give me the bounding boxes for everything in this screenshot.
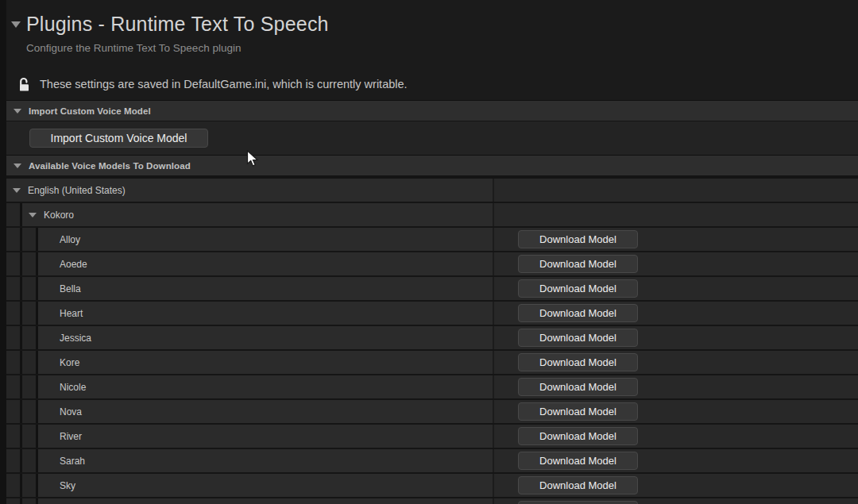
voice-value-cell: Download Model [494,351,858,374]
indent-guide [22,228,36,251]
indent-guide [6,449,20,472]
voice-row[interactable]: River Download Model [0,425,858,449]
voice-value-cell: Download Model [494,400,858,423]
voice-name: Nova [60,406,82,417]
voice-value-cell: Download Model [494,425,858,448]
voice-name-cell: Nicole [38,375,493,398]
model-group-name-cell: Kokoro [22,203,493,226]
indent-guide [6,203,20,226]
voice-name: Kore [60,357,79,368]
voice-value-cell: Download Model [494,252,858,275]
voice-name-cell: Sky [38,474,493,497]
voice-row[interactable]: Bella Download Model [0,277,858,302]
download-button-label: Download Model [539,307,616,319]
indent-guide [22,277,36,300]
download-model-button[interactable]: Download Model [518,501,638,504]
model-group-value-cell [494,203,858,226]
language-label: English (United States) [28,185,126,196]
indent-guide [22,375,36,398]
indent-guide [22,351,36,374]
download-model-button[interactable]: Download Model [518,329,638,347]
voice-row-partial[interactable]: Download Model [0,498,858,504]
section-collapse-arrow-icon[interactable] [14,109,21,113]
download-model-button[interactable]: Download Model [518,279,638,298]
indent-guide [6,375,20,398]
download-model-button[interactable]: Download Model [518,476,638,494]
indent-guide [6,326,20,349]
page-collapse-arrow-icon[interactable] [11,21,21,28]
indent-guide [6,351,20,374]
voice-name: Sarah [60,456,85,467]
row-collapse-arrow-icon[interactable] [13,188,21,193]
download-model-button[interactable]: Download Model [518,427,638,445]
settings-page: Plugins - Runtime Text To Speech Configu… [0,0,858,504]
download-button-label: Download Model [539,479,616,491]
indent-guide [6,302,20,325]
import-button-label: Import Custom Voice Model [51,132,187,144]
section-header-label: Import Custom Voice Model [29,106,151,116]
voice-row[interactable]: Kore Download Model [0,351,858,375]
language-value-cell [494,179,858,202]
download-model-button[interactable]: Download Model [518,304,638,322]
voice-rows-container: Alloy Download Model Aoede Download Mode… [0,228,858,498]
voice-row[interactable]: Aoede Download Model [0,252,858,277]
voice-name-cell: Alloy [38,228,493,251]
indent-guide [22,302,36,325]
voice-name: Alloy [60,234,80,245]
download-model-button[interactable]: Download Model [518,402,638,421]
download-button-label: Download Model [539,430,616,442]
indent-guide [22,449,36,472]
download-button-label: Download Model [539,283,616,294]
section-header-import-custom-voice-model[interactable]: Import Custom Voice Model [0,100,858,121]
language-row-english-united-states[interactable]: English (United States) [0,179,858,203]
indent-guide [6,228,20,251]
download-model-button[interactable]: Download Model [518,452,638,470]
download-button-label: Download Model [539,258,616,270]
voice-row[interactable]: Nicole Download Model [0,375,858,400]
indent-guide [6,425,20,448]
indent-guide [6,277,20,300]
download-model-button[interactable]: Download Model [518,378,638,396]
section-header-available-voice-models[interactable]: Available Voice Models To Download [0,155,858,176]
voice-row[interactable]: Sky Download Model [0,474,858,498]
voice-row[interactable]: Sarah Download Model [0,449,858,474]
voice-name: Bella [60,283,81,294]
download-button-label: Download Model [539,381,616,393]
voice-name-cell: Heart [38,302,493,325]
model-group-row-kokoro[interactable]: Kokoro [0,203,858,228]
download-button-label: Download Model [539,406,616,417]
import-custom-voice-model-row: Import Custom Voice Model [0,121,858,155]
download-button-label: Download Model [539,356,616,368]
download-model-button[interactable]: Download Model [518,230,638,248]
voice-name: Nicole [60,382,86,393]
section-header-label: Available Voice Models To Download [29,161,191,171]
voice-name-cell: Kore [38,351,493,374]
indent-guide [6,498,20,504]
voice-value-cell: Download Model [494,228,858,251]
import-custom-voice-model-button[interactable]: Import Custom Voice Model [29,129,208,148]
voice-value-cell: Download Model [494,302,858,325]
voice-row[interactable]: Heart Download Model [0,302,858,326]
left-gutter-strip [0,0,6,504]
page-subtitle: Configure the Runtime Text To Speech plu… [26,42,858,54]
language-name-cell: English (United States) [6,179,493,202]
voice-name: Heart [60,308,83,319]
row-collapse-arrow-icon[interactable] [29,213,37,217]
voice-value-cell: Download Model [494,375,858,398]
indent-guide [22,400,36,423]
download-model-button[interactable]: Download Model [518,353,638,371]
voice-row[interactable]: Alloy Download Model [0,228,858,252]
voice-row[interactable]: Jessica Download Model [0,326,858,351]
voice-name-cell: Jessica [38,326,493,349]
download-button-label: Download Model [539,455,616,467]
voice-value-cell: Download Model [494,498,858,504]
voice-name-cell: Sarah [38,449,493,472]
voice-value-cell: Download Model [494,326,858,349]
voice-name-cell: Nova [38,400,493,423]
section-collapse-arrow-icon[interactable] [14,164,21,168]
voice-name: River [60,431,82,442]
voice-row[interactable]: Nova Download Model [0,400,858,425]
download-button-label: Download Model [539,233,616,245]
download-model-button[interactable]: Download Model [518,255,638,273]
voice-value-cell: Download Model [494,449,858,472]
